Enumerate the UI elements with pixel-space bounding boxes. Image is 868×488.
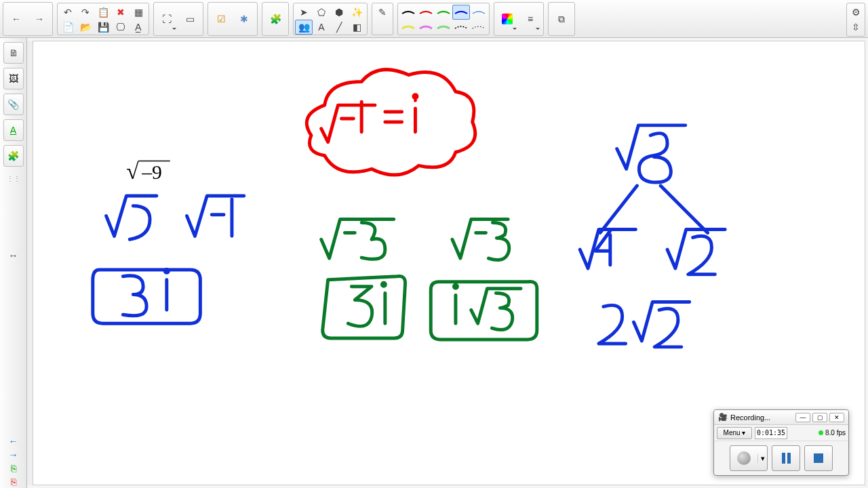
link-button[interactable]: ⧉ bbox=[550, 4, 573, 34]
panel-resize-handle[interactable]: ⋮⋮ bbox=[1, 175, 26, 183]
nav-back-button[interactable]: ← bbox=[5, 4, 28, 34]
attach-side-button[interactable]: 📎 bbox=[3, 94, 24, 115]
nav-group: ← → bbox=[3, 2, 53, 36]
panel-collapse-handle[interactable]: ↔ bbox=[6, 249, 21, 262]
people-tool-button[interactable]: 👥 bbox=[295, 20, 313, 35]
dot-pen-button[interactable] bbox=[470, 20, 488, 35]
gallery-side-button[interactable]: 🖼 bbox=[3, 68, 24, 89]
svg-point-0 bbox=[414, 95, 417, 98]
settings-button[interactable]: ⚙ bbox=[848, 5, 863, 20]
green-sqrt-3 bbox=[431, 220, 537, 340]
addon-button[interactable]: 🧩 bbox=[264, 4, 287, 34]
svg-point-4 bbox=[165, 269, 168, 272]
gear-icon: ⚙ bbox=[852, 7, 861, 17]
add-page-button[interactable]: ⎘ bbox=[6, 462, 21, 474]
shade-icon: ▭ bbox=[186, 14, 195, 24]
screen-button[interactable]: 🖵 bbox=[112, 20, 130, 35]
paste-button[interactable]: 📋 bbox=[94, 5, 112, 20]
puzzle-icon: 🧩 bbox=[270, 14, 281, 24]
style-side-button[interactable]: A bbox=[3, 119, 24, 141]
line-tool-button[interactable]: ╱ bbox=[330, 20, 348, 35]
vertical-scrollbar[interactable] bbox=[27, 41, 33, 485]
magic-tool-button[interactable]: ✨ bbox=[348, 5, 366, 20]
color-picker-button[interactable] bbox=[496, 4, 519, 34]
dash-pen-button[interactable] bbox=[452, 20, 470, 35]
link-group: ⧉ bbox=[548, 2, 575, 36]
table-button[interactable]: ▦ bbox=[130, 5, 147, 20]
save-button[interactable]: 💾 bbox=[94, 20, 112, 35]
record-button[interactable]: ▾ bbox=[730, 445, 768, 471]
people-icon: 👥 bbox=[298, 22, 310, 32]
checkbox-icon: ☑ bbox=[217, 14, 226, 24]
recording-window[interactable]: 🎥 Recording... — ▢ ✕ Menu ▾ 0:01:35 8.0 … bbox=[713, 409, 849, 476]
puzzle-group: 🧩 bbox=[262, 2, 289, 36]
gear-tool-button[interactable]: ✱ bbox=[233, 4, 256, 34]
addon-side-button[interactable]: 🧩 bbox=[3, 145, 24, 167]
shade-button[interactable]: ▭ bbox=[178, 4, 201, 34]
swatch-icon bbox=[502, 14, 513, 24]
recording-controls: ▾ bbox=[714, 441, 848, 475]
delete-button[interactable]: ✖ bbox=[112, 5, 130, 20]
capture-group: ⛶ ▭ bbox=[153, 2, 203, 36]
pointer-tool-button[interactable]: ➤ bbox=[295, 5, 313, 20]
open-button[interactable]: 📂 bbox=[77, 20, 94, 35]
close-button[interactable]: ✕ bbox=[829, 413, 844, 422]
link-icon: ⧉ bbox=[558, 14, 565, 24]
deletepage-icon: ⎘ bbox=[11, 477, 16, 487]
recording-titlebar[interactable]: 🎥 Recording... — ▢ ✕ bbox=[714, 410, 848, 425]
textstyle-icon: A bbox=[10, 125, 16, 135]
screen-capture-button[interactable]: ⛶ bbox=[155, 4, 178, 34]
pointer-icon: ➤ bbox=[300, 7, 308, 17]
green-sqrt-25 bbox=[321, 220, 406, 338]
page-up-button[interactable]: ← bbox=[6, 435, 21, 447]
recording-menu-button[interactable]: Menu ▾ bbox=[717, 427, 752, 439]
stop-button[interactable] bbox=[804, 445, 833, 471]
new-page-side-button[interactable]: 🗎 bbox=[3, 42, 24, 64]
expand-vertical-button[interactable]: ⇳ bbox=[848, 20, 863, 35]
recording-fps: 8.0 fps bbox=[790, 429, 846, 436]
hl-yellow-button[interactable] bbox=[399, 20, 417, 35]
hl-pink-button[interactable] bbox=[417, 20, 435, 35]
fill-tool-button[interactable]: ⬢ bbox=[330, 5, 348, 20]
hl-green-button[interactable] bbox=[435, 20, 452, 35]
page-down-button[interactable]: → bbox=[6, 449, 21, 461]
camera-icon: ⛶ bbox=[162, 14, 172, 24]
shape-icon: ⬠ bbox=[317, 7, 326, 17]
linestyle-icon: ≡ bbox=[528, 14, 533, 24]
undo-button[interactable]: ↶ bbox=[59, 5, 77, 20]
recorder-app-icon: 🎥 bbox=[718, 413, 728, 422]
checkbox-tool-button[interactable]: ☑ bbox=[210, 4, 233, 34]
eraser-tool-button[interactable]: ◧ bbox=[348, 20, 366, 35]
svg-point-6 bbox=[454, 285, 457, 288]
pen-thin-blue-button[interactable] bbox=[470, 5, 488, 20]
pen-red-button[interactable] bbox=[417, 5, 435, 20]
minimize-button[interactable]: — bbox=[795, 413, 810, 422]
nav-forward-button[interactable]: → bbox=[28, 4, 51, 34]
maximize-button[interactable]: ▢ bbox=[812, 413, 827, 422]
new-page-button[interactable]: 📄 bbox=[59, 20, 77, 35]
delete-page-button[interactable]: ⎘ bbox=[6, 476, 21, 488]
gear-icon: ✱ bbox=[240, 14, 248, 24]
text-format-button[interactable]: A̲ bbox=[130, 20, 147, 35]
redo-button[interactable]: ↷ bbox=[77, 5, 94, 20]
line-style-button[interactable]: ≡ bbox=[519, 4, 542, 34]
recording-fps-text: 8.0 fps bbox=[825, 429, 846, 436]
color-swatch-group: ≡ bbox=[494, 2, 544, 36]
record-dropdown[interactable]: ▾ bbox=[757, 454, 767, 463]
pen-blue-button[interactable] bbox=[452, 5, 470, 20]
pause-button[interactable] bbox=[772, 445, 800, 471]
svg-text:–9: –9 bbox=[141, 161, 162, 183]
textformat-icon: A̲ bbox=[135, 22, 142, 32]
text-tool-button[interactable]: A bbox=[313, 20, 330, 35]
expand-icon: ⇳ bbox=[852, 22, 860, 32]
delete-icon: ✖ bbox=[117, 7, 125, 17]
newpage-icon: 📄 bbox=[62, 22, 74, 32]
save-icon: 💾 bbox=[98, 22, 109, 32]
pen-green-button[interactable] bbox=[435, 5, 452, 20]
table-icon: ▦ bbox=[134, 7, 143, 17]
pen-button[interactable]: ✎ bbox=[374, 5, 391, 20]
pen-black-button[interactable] bbox=[399, 5, 417, 20]
line-icon: ╱ bbox=[336, 22, 342, 32]
shape-tool-button[interactable]: ⬠ bbox=[313, 5, 330, 20]
recording-elapsed-time: 0:01:35 bbox=[755, 427, 787, 439]
